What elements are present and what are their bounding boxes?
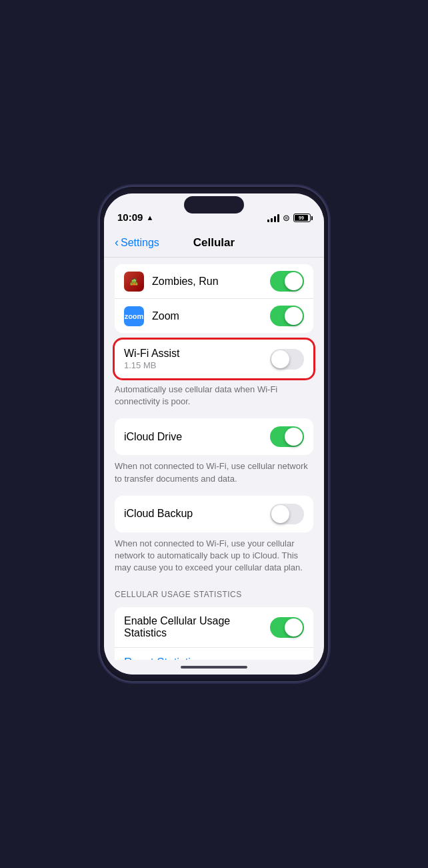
back-button[interactable]: ‹ Settings <box>115 236 165 250</box>
wifi-assist-card: Wi-Fi Assist 1.15 MB <box>115 340 313 378</box>
list-item: 🧟 Zombies, Run <box>115 264 313 299</box>
scroll-content[interactable]: 🧟 Zombies, Run zoom Zoom <box>104 258 324 660</box>
toggle-knob <box>285 428 303 446</box>
toggle-knob <box>285 272 303 290</box>
zombies-app-name: Zombies, Run <box>152 276 270 288</box>
toggle-knob <box>285 618 303 636</box>
toggle-knob <box>271 505 289 523</box>
toggle-knob <box>271 350 289 368</box>
wifi-assist-title: Wi-Fi Assist <box>124 348 270 360</box>
signal-bar-1 <box>267 220 269 222</box>
zoom-toggle[interactable] <box>270 306 304 326</box>
wifi-assist-description: Automatically use cellular data when Wi-… <box>104 378 324 412</box>
enable-stats-toggle[interactable] <box>270 617 304 638</box>
chevron-left-icon: ‹ <box>115 236 119 250</box>
phone-screen: 10:09 ▲ ⊜ 99 ‹ <box>104 193 324 675</box>
signal-bar-3 <box>274 216 276 222</box>
icloud-backup-row: iCloud Backup <box>115 496 313 532</box>
zombies-toggle[interactable] <box>270 271 304 292</box>
status-time: 10:09 ▲ <box>117 211 153 223</box>
nav-bar: ‹ Settings Cellular <box>104 228 324 258</box>
page-title: Cellular <box>165 236 264 250</box>
top-spacer <box>104 258 324 264</box>
home-indicator <box>104 660 324 675</box>
icloud-drive-toggle[interactable] <box>270 426 304 447</box>
toggle-knob <box>285 307 303 325</box>
app-list-card: 🧟 Zombies, Run zoom Zoom <box>115 264 313 333</box>
enable-stats-label: Enable Cellular Usage Statistics <box>124 615 270 639</box>
icloud-drive-row: iCloud Drive <box>115 418 313 455</box>
icloud-backup-toggle[interactable] <box>270 504 304 524</box>
icloud-drive-label: iCloud Drive <box>124 431 270 443</box>
zoom-app-name: Zoom <box>152 310 270 322</box>
battery-fill: 99 <box>295 215 308 221</box>
wifi-assist-row: Wi-Fi Assist 1.15 MB <box>115 340 313 378</box>
signal-bar-4 <box>277 214 279 222</box>
reset-stats-row[interactable]: Reset Statistics <box>115 648 313 660</box>
battery-icon: 99 <box>293 213 311 222</box>
stats-section-header: CELLULAR USAGE STATISTICS <box>104 578 324 603</box>
battery-level: 99 <box>299 215 304 220</box>
wifi-assist-toggle[interactable] <box>270 349 304 370</box>
icloud-drive-description: When not connected to Wi-Fi, use cellula… <box>104 455 324 488</box>
dynamic-island <box>184 196 244 213</box>
stats-card: Enable Cellular Usage Statistics Reset S… <box>115 607 313 660</box>
phone-frame: 10:09 ▲ ⊜ 99 ‹ <box>100 187 328 681</box>
wifi-assist-text-block: Wi-Fi Assist 1.15 MB <box>124 348 270 370</box>
home-bar <box>181 666 247 669</box>
enable-stats-row: Enable Cellular Usage Statistics <box>115 607 313 648</box>
back-label: Settings <box>121 237 159 249</box>
icloud-backup-card: iCloud Backup <box>115 496 313 532</box>
wifi-icon: ⊜ <box>283 213 290 223</box>
status-icons: ⊜ 99 <box>267 213 311 223</box>
location-arrow-icon: ▲ <box>146 213 153 222</box>
zombies-app-icon: 🧟 <box>124 272 144 292</box>
icloud-backup-description: When not connected to Wi-Fi, use your ce… <box>104 532 324 578</box>
icloud-drive-card: iCloud Drive <box>115 418 313 455</box>
list-item: zoom Zoom <box>115 299 313 333</box>
wifi-assist-section: Wi-Fi Assist 1.15 MB <box>115 340 313 378</box>
zoom-app-icon: zoom <box>124 306 144 326</box>
signal-bar-2 <box>271 218 273 222</box>
signal-bars-icon <box>267 214 279 222</box>
wifi-assist-subtitle: 1.15 MB <box>124 360 270 370</box>
icloud-backup-label: iCloud Backup <box>124 508 270 520</box>
time-display: 10:09 <box>117 211 143 223</box>
